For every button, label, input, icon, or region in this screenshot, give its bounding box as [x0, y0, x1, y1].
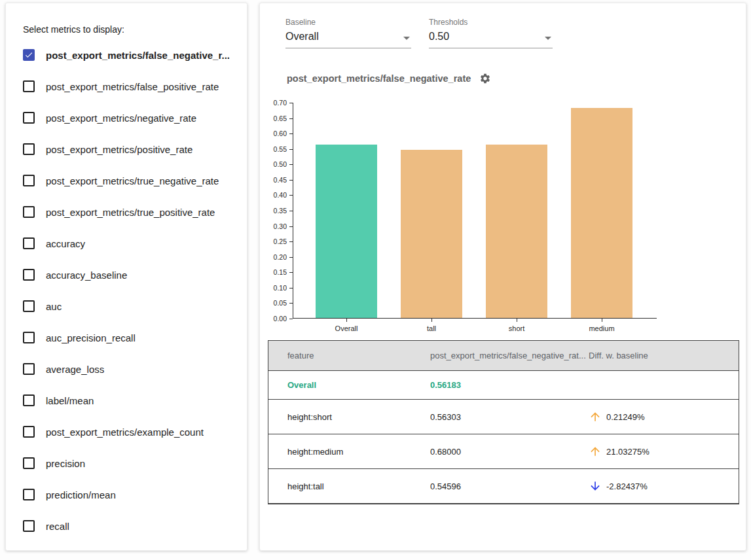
diff-cell: -2.82437% — [585, 480, 739, 493]
baseline-value: Overall — [285, 31, 319, 42]
chevron-down-icon[interactable] — [545, 37, 551, 40]
metric-checkbox-item[interactable]: post_export_metrics/positive_rate — [23, 133, 244, 165]
metric-value-cell: 0.56303 — [430, 412, 585, 422]
metric-checkbox-item[interactable]: label/mean — [23, 385, 244, 416]
checkbox-checked-icon[interactable] — [23, 49, 35, 61]
metric-checkbox-item[interactable]: post_export_metrics/false_negative_r... — [23, 39, 244, 71]
metric-label: post_export_metrics/true_negative_rate — [46, 175, 219, 186]
metric-select-panel: Select metrics to display: post_export_m… — [5, 3, 247, 551]
checkbox-unchecked-icon[interactable] — [23, 363, 35, 375]
metric-checkbox-item[interactable]: post_export_metrics/true_positive_rate — [23, 196, 244, 228]
thresholds-label: Thresholds — [429, 18, 553, 27]
baseline-dropdown[interactable]: Baseline Overall — [285, 18, 411, 48]
x-axis-tick-label: Overall — [316, 324, 377, 332]
feature-cell: height:medium — [268, 447, 430, 457]
column-header-metric: post_export_metrics/false_negative_rat..… — [430, 351, 585, 360]
metric-label: auc — [46, 301, 62, 312]
x-axis-tick-mark — [602, 319, 602, 322]
metric-value-cell: 0.68000 — [430, 447, 585, 457]
metric-label: post_export_metrics/false_negative_r... — [46, 50, 230, 61]
metric-label: auc_precision_recall — [46, 332, 136, 343]
checkbox-unchecked-icon[interactable] — [23, 80, 35, 92]
x-axis-tick-label: short — [486, 324, 547, 332]
table-row-height-short[interactable]: height:short0.563030.21249% — [268, 399, 739, 434]
metric-list: post_export_metrics/false_negative_r...p… — [23, 39, 244, 542]
thresholds-value: 0.50 — [429, 31, 449, 42]
metric-checkbox-item[interactable]: post_export_metrics/negative_rate — [23, 102, 244, 133]
metric-checkbox-item[interactable]: prediction/mean — [23, 479, 244, 510]
metric-label: label/mean — [46, 395, 94, 406]
y-axis-tick-label: 0.00 — [263, 315, 287, 322]
checkbox-unchecked-icon[interactable] — [23, 332, 35, 343]
metric-checkbox-item[interactable]: recall — [23, 510, 244, 542]
y-axis-tick-mark — [289, 180, 293, 181]
y-axis-tick-mark — [289, 319, 293, 319]
table-row-height-medium[interactable]: height:medium0.6800021.03275% — [268, 434, 739, 468]
table-header-row: feature post_export_metrics/false_negati… — [268, 341, 739, 370]
checkbox-unchecked-icon[interactable] — [23, 489, 35, 500]
diff-value: -2.82437% — [606, 481, 648, 491]
y-axis-tick-label: 0.65 — [263, 115, 287, 122]
y-axis-tick-label: 0.15 — [263, 269, 287, 275]
checkbox-unchecked-icon[interactable] — [23, 457, 35, 469]
bar-tall[interactable] — [401, 150, 462, 318]
metric-label: average_loss — [46, 364, 104, 375]
metric-checkbox-item[interactable]: auc_precision_recall — [23, 322, 244, 353]
gear-icon[interactable] — [479, 73, 491, 84]
checkbox-unchecked-icon[interactable] — [23, 206, 35, 218]
feature-cell: height:short — [268, 412, 430, 422]
metric-label: recall — [46, 521, 69, 532]
y-axis-tick-mark — [289, 303, 293, 304]
metric-checkbox-item[interactable]: post_export_metrics/example_count — [23, 416, 244, 447]
metric-checkbox-item[interactable]: post_export_metrics/false_positive_rate — [23, 71, 244, 102]
y-axis-tick-label: 0.55 — [263, 146, 287, 152]
x-axis-tick-mark — [346, 319, 347, 322]
metric-label: prediction/mean — [46, 489, 116, 500]
checkbox-unchecked-icon[interactable] — [23, 269, 35, 281]
bar-short[interactable] — [486, 145, 547, 318]
table-row-Overall[interactable]: Overall0.56183 — [268, 370, 739, 399]
metric-checkbox-item[interactable]: auc — [23, 290, 244, 322]
thresholds-dropdown[interactable]: Thresholds 0.50 — [429, 18, 553, 48]
y-axis-tick-label: 0.10 — [263, 285, 287, 291]
metric-checkbox-item[interactable]: accuracy — [23, 228, 244, 259]
metric-label: post_export_metrics/negative_rate — [46, 113, 196, 124]
checkbox-unchecked-icon[interactable] — [23, 175, 35, 186]
checkbox-unchecked-icon[interactable] — [23, 394, 35, 406]
chevron-down-icon[interactable] — [403, 37, 410, 40]
checkbox-unchecked-icon[interactable] — [23, 237, 35, 249]
y-axis-tick-mark — [289, 149, 293, 150]
metric-checkbox-item[interactable]: average_loss — [23, 353, 244, 385]
table-row-height-tall[interactable]: height:tall0.54596-2.82437% — [268, 468, 739, 503]
fairness-metrics-page: Select metrics to display: post_export_m… — [0, 0, 751, 560]
column-header-feature: feature — [268, 351, 430, 360]
metric-value-cell: 0.54596 — [430, 481, 585, 491]
metric-checkbox-item[interactable]: precision — [23, 447, 244, 479]
metric-label: precision — [46, 458, 85, 469]
baseline-label: Baseline — [285, 18, 411, 27]
y-axis-tick-label: 0.40 — [263, 192, 287, 198]
x-axis-tick-mark — [431, 319, 432, 322]
arrow-up-icon — [589, 410, 602, 423]
y-axis-tick-label: 0.05 — [263, 300, 287, 306]
diff-value: 21.03275% — [606, 447, 650, 457]
y-axis-tick-label: 0.20 — [263, 254, 287, 260]
feature-cell: height:tall — [268, 481, 430, 491]
checkbox-unchecked-icon[interactable] — [23, 112, 35, 124]
y-axis-tick-mark — [289, 288, 293, 289]
metric-value-cell: 0.56183 — [430, 380, 585, 390]
checkbox-unchecked-icon[interactable] — [23, 520, 35, 532]
metric-checkbox-item[interactable]: accuracy_baseline — [23, 259, 244, 290]
checkbox-unchecked-icon[interactable] — [23, 426, 35, 438]
bar-medium[interactable] — [571, 108, 632, 318]
y-axis-tick-mark — [289, 118, 293, 119]
diff-cell: 0.21249% — [585, 410, 739, 423]
feature-cell: Overall — [268, 380, 430, 390]
x-axis-tick-mark — [517, 319, 517, 322]
arrow-down-icon — [589, 480, 602, 493]
metric-checkbox-item[interactable]: post_export_metrics/true_negative_rate — [23, 165, 244, 196]
checkbox-unchecked-icon[interactable] — [23, 300, 35, 312]
bar-Overall[interactable] — [316, 145, 377, 318]
checkbox-unchecked-icon[interactable] — [23, 143, 35, 155]
metric-label: post_export_metrics/false_positive_rate — [46, 81, 219, 92]
